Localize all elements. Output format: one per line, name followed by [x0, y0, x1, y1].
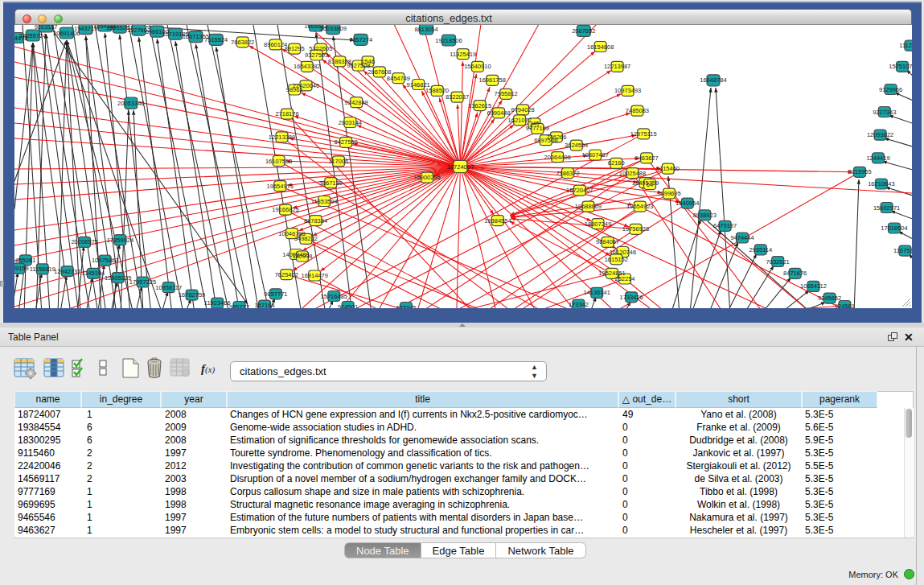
svg-text:7663822: 7663822	[231, 39, 254, 46]
svg-text:20364486: 20364486	[544, 154, 571, 161]
svg-text:3215955: 3215955	[848, 168, 871, 175]
svg-text:891295: 891295	[285, 45, 305, 52]
svg-text:1362615: 1362615	[468, 102, 491, 109]
svg-text:10025488: 10025488	[619, 170, 646, 177]
svg-text:3624554: 3624554	[565, 142, 588, 149]
svg-text:9884067: 9884067	[596, 238, 619, 245]
svg-text:117006: 117006	[329, 158, 348, 165]
svg-text:16914479: 16914479	[302, 272, 328, 279]
svg-text:173345: 173345	[396, 304, 416, 309]
svg-text:9474444: 9474444	[730, 234, 754, 241]
svg-text:14136141: 14136141	[584, 289, 610, 296]
svg-text:10975867: 10975867	[92, 257, 118, 264]
svg-text:1546: 1546	[361, 58, 375, 65]
svg-text:3867130: 3867130	[319, 179, 343, 187]
svg-text:16107553: 16107553	[265, 158, 292, 165]
svg-text:12942737: 12942737	[54, 268, 80, 275]
svg-text:8813054: 8813054	[414, 26, 437, 33]
svg-text:9129966: 9129966	[879, 86, 902, 93]
svg-text:20206575: 20206575	[71, 238, 97, 245]
svg-text:16154808: 16154808	[587, 43, 614, 51]
svg-text:12905135: 12905135	[105, 274, 131, 282]
svg-text:7485083: 7485083	[626, 107, 649, 114]
svg-text:16120746: 16120746	[610, 249, 636, 256]
svg-text:15640910: 15640910	[464, 63, 491, 70]
svg-text:8878334: 8878334	[304, 217, 327, 225]
svg-text:9242848: 9242848	[345, 99, 368, 106]
svg-text:(x): (x)	[205, 365, 216, 375]
svg-text:10688609: 10688609	[575, 203, 602, 210]
svg-text:17957225: 17957225	[129, 278, 156, 286]
svg-text:10807487: 10807487	[582, 151, 609, 159]
svg-text:1244419: 1244419	[866, 154, 889, 162]
svg-text:252254: 252254	[614, 275, 634, 282]
svg-text:7357274: 7357274	[349, 36, 372, 43]
svg-text:16961758: 16961758	[479, 76, 506, 84]
svg-text:1167533: 1167533	[893, 247, 912, 254]
svg-text:11923466: 11923466	[204, 299, 231, 307]
svg-text:20053346: 20053346	[117, 100, 144, 107]
svg-text:9227343: 9227343	[873, 109, 896, 116]
svg-text:3498222: 3498222	[294, 235, 318, 242]
svg-text:8322037: 8322037	[446, 93, 469, 101]
svg-text:12213389: 12213389	[269, 134, 295, 141]
svg-text:11156819: 11156819	[30, 266, 55, 273]
svg-text:16033809: 16033809	[320, 25, 347, 32]
svg-text:7386372: 7386372	[556, 170, 579, 177]
svg-text:6897508: 6897508	[534, 137, 557, 144]
svg-text:884478: 884478	[14, 35, 28, 42]
svg-text:17359924: 17359924	[107, 237, 133, 244]
svg-text:9245652: 9245652	[818, 295, 841, 302]
svg-text:15900295: 15900295	[413, 174, 440, 181]
svg-text:7625402: 7625402	[275, 271, 298, 278]
svg-text:140994: 140994	[292, 253, 312, 260]
svg-text:16543382: 16543382	[294, 63, 320, 70]
svg-text:2935114: 2935114	[749, 246, 772, 253]
svg-text:924561: 924561	[835, 303, 855, 309]
svg-text:8427552: 8427552	[334, 138, 357, 146]
svg-text:1112473: 1112473	[899, 42, 912, 49]
svg-text:8938923: 8938923	[693, 212, 717, 219]
svg-text:17016504: 17016504	[881, 225, 907, 232]
svg-text:9115460: 9115460	[656, 165, 680, 172]
svg-text:9327503: 9327503	[305, 51, 328, 59]
svg-text:1145194: 1145194	[82, 270, 105, 277]
svg-text:15751074: 15751074	[889, 63, 912, 70]
svg-text:18724007: 18724007	[447, 163, 474, 171]
svg-text:12093822: 12093822	[867, 131, 893, 138]
svg-text:98961: 98961	[286, 86, 303, 93]
svg-text:924501: 924501	[338, 303, 358, 309]
svg-text:6479197: 6479197	[713, 222, 737, 229]
svg-text:985777: 985777	[229, 303, 249, 309]
svg-text:10958117: 10958117	[155, 284, 182, 291]
svg-text:9857771: 9857771	[264, 290, 287, 298]
svg-text:8471676: 8471676	[783, 270, 807, 277]
svg-text:19218506: 19218506	[435, 37, 462, 44]
svg-text:2087652: 2087652	[572, 27, 595, 35]
svg-text:2803144: 2803144	[339, 119, 362, 126]
svg-text:19654923: 19654923	[626, 203, 653, 210]
svg-text:10973493: 10973493	[614, 87, 641, 94]
svg-text:11353594: 11353594	[311, 198, 338, 205]
svg-text:6794028: 6794028	[511, 106, 534, 113]
svg-text:62160: 62160	[608, 159, 625, 167]
svg-text:15692971: 15692971	[873, 204, 900, 212]
svg-text:9777169: 9777169	[526, 125, 549, 132]
svg-text:15716485: 15716485	[321, 293, 347, 300]
svg-text:19654975: 19654975	[267, 183, 294, 190]
svg-text:939159: 939159	[14, 265, 29, 272]
svg-text:157164: 157164	[255, 302, 275, 308]
svg-text:10654112: 10654112	[800, 282, 827, 290]
svg-text:15720407: 15720407	[566, 187, 593, 194]
svg-text:19756928: 19756928	[622, 225, 649, 233]
svg-text:18495759: 18495759	[632, 179, 659, 187]
svg-text:18807249: 18807249	[585, 220, 611, 228]
svg-text:19384554: 19384554	[484, 217, 511, 225]
svg-text:16782759: 16782759	[179, 291, 205, 299]
svg-text:12975115: 12975115	[630, 130, 657, 138]
svg-text:1621072: 1621072	[508, 117, 532, 124]
svg-text:6990448: 6990448	[487, 109, 510, 117]
svg-text:7632621: 7632621	[766, 258, 790, 266]
svg-text:12213987: 12213987	[604, 63, 630, 70]
svg-text:11325419: 11325419	[450, 51, 476, 58]
